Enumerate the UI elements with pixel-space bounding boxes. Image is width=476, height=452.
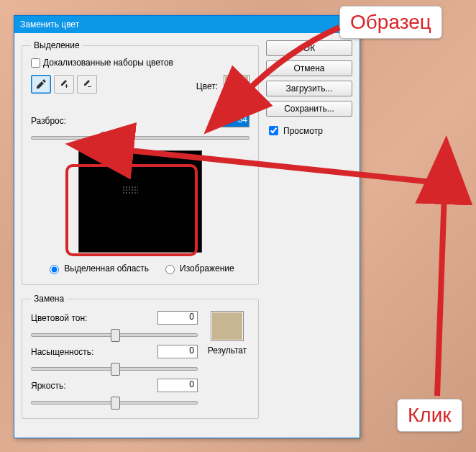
hue-input[interactable]: 0 (157, 311, 198, 325)
result-label: Результат (208, 345, 247, 356)
color-label: Цвет: (196, 81, 218, 91)
lightness-slider-thumb[interactable] (111, 397, 120, 410)
preview-checkbox[interactable] (269, 126, 278, 135)
lightness-label: Яркость: (31, 381, 103, 391)
annotation-sample-text: Образец (350, 11, 431, 33)
load-button[interactable]: Загрузить... (266, 81, 352, 96)
saturation-slider-thumb[interactable] (111, 363, 120, 376)
fuzziness-slider[interactable] (31, 130, 250, 143)
dialog-titlebar[interactable]: Заменить цвет (14, 16, 360, 33)
annotation-sample-callout: Образец (339, 6, 442, 39)
annotation-click-callout: Клик (397, 399, 462, 432)
ok-button[interactable]: ОК (266, 40, 352, 56)
radio-image-label: Изображение (180, 263, 234, 274)
color-swatch[interactable] (224, 75, 250, 98)
radio-selection-label: Выделенная область (64, 263, 149, 274)
radio-selection-input[interactable] (50, 265, 59, 274)
save-button[interactable]: Сохранить... (266, 101, 352, 117)
saturation-input[interactable]: 0 (157, 345, 198, 358)
annotation-click-text: Клик (408, 404, 452, 426)
saturation-slider[interactable] (31, 361, 198, 374)
cancel-button[interactable]: Отмена (266, 60, 352, 76)
fuzziness-slider-thumb[interactable] (101, 132, 110, 145)
eyedropper-icon (35, 78, 47, 90)
eyedropper-minus-icon (81, 78, 93, 90)
eyedropper-subtract-tool[interactable] (77, 75, 97, 94)
replacement-fieldset: Замена Цветовой тон: 0 Насыщенность: (22, 294, 259, 419)
radio-image-input[interactable] (165, 265, 175, 274)
hue-slider[interactable] (31, 327, 198, 340)
eyedropper-tool[interactable] (31, 75, 51, 94)
saturation-label: Насыщенность: (31, 347, 103, 357)
localized-colors-checkbox[interactable] (31, 58, 40, 68)
localized-colors-label: Докализованные наборы цветов (43, 58, 173, 68)
fuzziness-input[interactable]: 34 (219, 114, 250, 127)
selection-legend: Выделение (31, 40, 83, 50)
buttons-column: ОК Отмена Загрузить... Сохранить... Прос… (266, 40, 352, 428)
replacement-legend: Замена (31, 294, 67, 304)
eyedropper-add-tool[interactable] (54, 75, 74, 94)
dialog-title: Заменить цвет (20, 19, 79, 30)
lightness-slider[interactable] (31, 395, 198, 408)
annotation-highlight-box (65, 164, 198, 256)
result-swatch[interactable] (211, 311, 244, 341)
hue-label: Цветовой тон: (31, 313, 103, 323)
lightness-input[interactable]: 0 (157, 379, 198, 392)
eyedropper-plus-icon (58, 78, 70, 90)
fuzziness-label: Разброс: (31, 116, 66, 126)
hue-slider-thumb[interactable] (111, 329, 120, 342)
radio-image[interactable]: Изображение (162, 263, 234, 274)
preview-checkbox-label: Просмотр (283, 126, 323, 136)
radio-selection[interactable]: Выделенная область (46, 263, 149, 274)
